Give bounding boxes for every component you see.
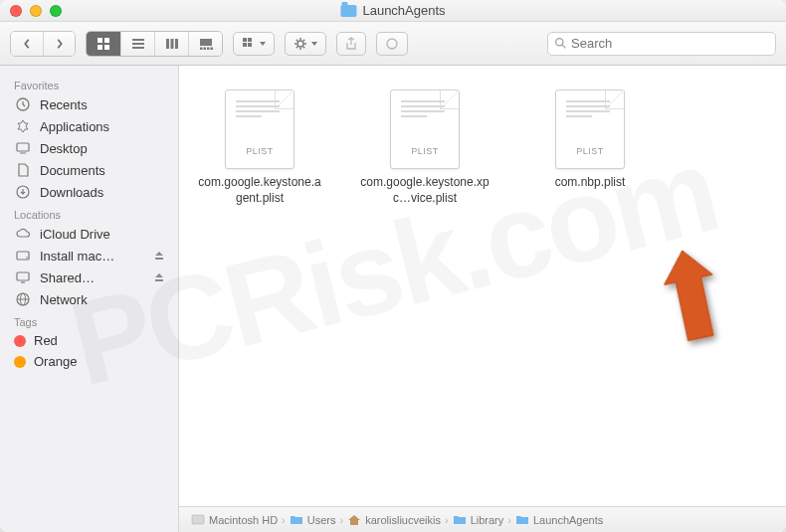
sidebar-item-icloud[interactable]: iCloud Drive bbox=[0, 223, 178, 245]
sidebar-item-label: iCloud Drive bbox=[40, 227, 110, 242]
forward-button[interactable] bbox=[43, 32, 75, 56]
finder-body: Favorites Recents Applications Desktop D… bbox=[0, 66, 786, 532]
svg-point-29 bbox=[556, 39, 563, 46]
home-icon bbox=[347, 514, 361, 526]
sidebar-item-desktop[interactable]: Desktop bbox=[0, 137, 178, 159]
traffic-lights bbox=[10, 5, 62, 17]
finder-window: LaunchAgents bbox=[0, 0, 786, 532]
svg-rect-42 bbox=[192, 515, 204, 524]
sidebar-item-downloads[interactable]: Downloads bbox=[0, 181, 178, 203]
file-grid[interactable]: PLIST com.google.keystone.agent.plist PL… bbox=[179, 66, 786, 506]
svg-rect-5 bbox=[132, 43, 144, 45]
disk-icon bbox=[191, 514, 205, 526]
svg-rect-8 bbox=[170, 39, 173, 49]
minimize-button[interactable] bbox=[30, 5, 42, 17]
sidebar-item-label: Network bbox=[40, 292, 88, 307]
svg-rect-37 bbox=[17, 272, 29, 280]
sidebar-item-label: Shared… bbox=[40, 270, 95, 285]
tag-dot-icon bbox=[14, 356, 26, 368]
eject-icon[interactable] bbox=[154, 249, 164, 264]
tag-dot-icon bbox=[14, 335, 26, 347]
tags-button[interactable] bbox=[376, 32, 408, 56]
clock-icon bbox=[14, 96, 32, 112]
view-list-button[interactable] bbox=[120, 32, 154, 56]
file-item[interactable]: PLIST com.google.keystone.agent.plist bbox=[195, 89, 324, 206]
window-title: LaunchAgents bbox=[362, 3, 445, 18]
folder-icon bbox=[453, 514, 467, 526]
sidebar-section-locations: Locations bbox=[0, 203, 178, 223]
path-item[interactable]: LaunchAgents bbox=[515, 514, 603, 526]
eject-icon[interactable] bbox=[154, 270, 164, 285]
file-item[interactable]: PLIST com.nbp.plist bbox=[525, 89, 655, 191]
sidebar-item-label: Documents bbox=[40, 163, 105, 178]
chevron-down-icon bbox=[260, 42, 266, 46]
svg-rect-18 bbox=[248, 43, 252, 47]
path-item[interactable]: Library bbox=[453, 514, 504, 526]
view-gallery-button[interactable] bbox=[188, 32, 222, 56]
search-field[interactable] bbox=[547, 32, 776, 56]
sidebar: Favorites Recents Applications Desktop D… bbox=[0, 66, 179, 532]
svg-line-27 bbox=[303, 39, 304, 40]
titlebar: LaunchAgents bbox=[0, 0, 786, 22]
path-item[interactable]: karolisliucveikis bbox=[347, 514, 441, 526]
svg-rect-7 bbox=[166, 39, 169, 49]
chevron-right-icon: › bbox=[282, 514, 286, 526]
sidebar-tag-orange[interactable]: Orange bbox=[0, 351, 178, 372]
file-item[interactable]: PLIST com.google.keystone.xpc…vice.plist bbox=[360, 89, 490, 206]
sidebar-item-label: Desktop bbox=[40, 141, 88, 156]
svg-rect-17 bbox=[243, 43, 247, 47]
action-button[interactable] bbox=[285, 32, 326, 56]
group-by-button[interactable] bbox=[233, 32, 275, 56]
share-button[interactable] bbox=[336, 32, 366, 56]
cloud-icon bbox=[14, 226, 32, 242]
disk-icon bbox=[14, 248, 32, 264]
svg-rect-6 bbox=[132, 47, 144, 49]
sidebar-tag-red[interactable]: Red bbox=[0, 330, 178, 351]
svg-rect-4 bbox=[132, 39, 144, 41]
svg-rect-16 bbox=[248, 38, 252, 42]
apps-icon bbox=[14, 118, 32, 134]
file-name-label: com.google.keystone.agent.plist bbox=[195, 175, 324, 206]
sidebar-item-shared[interactable]: Shared… bbox=[0, 266, 178, 288]
sidebar-section-tags: Tags bbox=[0, 310, 178, 330]
sidebar-item-label: Orange bbox=[34, 354, 77, 369]
svg-point-28 bbox=[387, 39, 397, 49]
svg-rect-2 bbox=[98, 45, 102, 50]
sidebar-item-applications[interactable]: Applications bbox=[0, 115, 178, 137]
search-icon bbox=[554, 37, 567, 50]
path-item[interactable]: Users bbox=[290, 514, 336, 526]
svg-rect-14 bbox=[210, 47, 213, 50]
svg-rect-11 bbox=[200, 47, 203, 50]
svg-rect-32 bbox=[17, 143, 29, 151]
plist-file-icon: PLIST bbox=[390, 89, 460, 169]
folder-icon bbox=[340, 5, 356, 17]
maximize-button[interactable] bbox=[50, 5, 62, 17]
svg-line-25 bbox=[303, 46, 304, 47]
svg-rect-3 bbox=[104, 45, 109, 50]
toolbar bbox=[0, 22, 786, 66]
path-item[interactable]: Macintosh HD bbox=[191, 514, 278, 526]
content-area: PLIST com.google.keystone.agent.plist PL… bbox=[179, 66, 786, 532]
svg-rect-1 bbox=[104, 38, 109, 43]
documents-icon bbox=[14, 162, 32, 178]
sidebar-item-label: Red bbox=[34, 333, 58, 348]
downloads-icon bbox=[14, 184, 32, 200]
close-button[interactable] bbox=[10, 5, 22, 17]
sidebar-item-install[interactable]: Install mac… bbox=[0, 245, 178, 266]
globe-icon bbox=[14, 291, 32, 307]
sidebar-item-label: Downloads bbox=[40, 185, 103, 200]
nav-group bbox=[10, 31, 76, 57]
back-button[interactable] bbox=[11, 32, 43, 56]
sidebar-item-documents[interactable]: Documents bbox=[0, 159, 178, 181]
search-input[interactable] bbox=[571, 36, 769, 51]
view-column-button[interactable] bbox=[154, 32, 188, 56]
file-name-label: com.nbp.plist bbox=[555, 175, 626, 191]
svg-point-36 bbox=[26, 257, 28, 259]
folder-icon bbox=[515, 514, 529, 526]
view-icon-button[interactable] bbox=[87, 32, 120, 56]
svg-rect-12 bbox=[203, 47, 206, 50]
sidebar-item-network[interactable]: Network bbox=[0, 288, 178, 310]
sidebar-item-recents[interactable]: Recents bbox=[0, 93, 178, 115]
svg-rect-13 bbox=[207, 47, 210, 50]
svg-rect-35 bbox=[17, 252, 29, 260]
